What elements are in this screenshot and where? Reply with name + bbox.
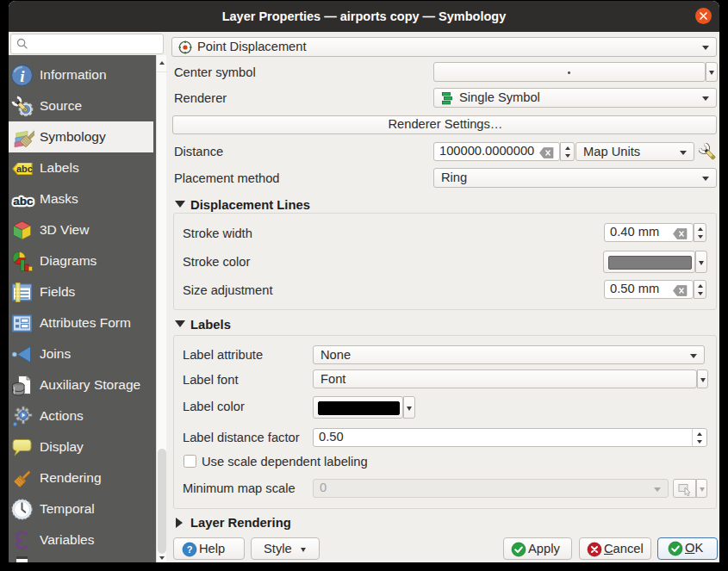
svg-text:abc: abc [13,195,34,208]
svg-text:abc: abc [16,164,33,174]
svg-text:i: i [20,67,25,85]
svg-text:?: ? [187,544,193,555]
